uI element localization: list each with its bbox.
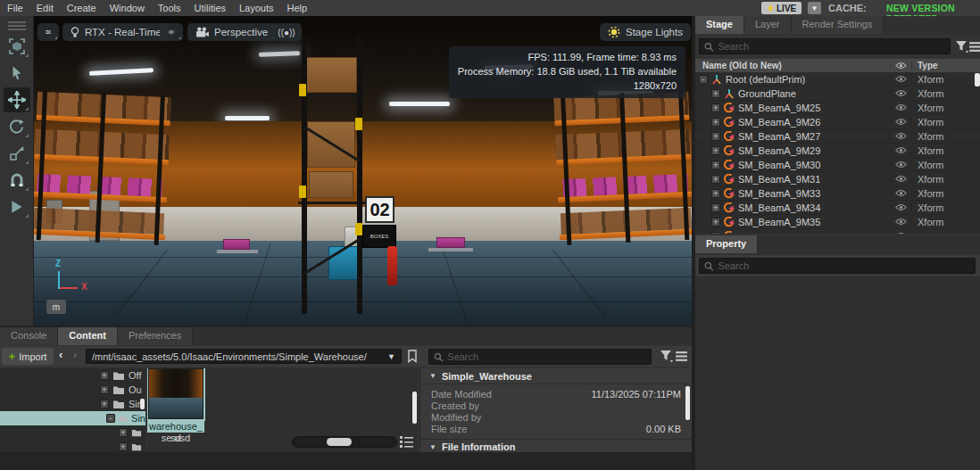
menu-item[interactable]: Layouts bbox=[239, 3, 274, 13]
folder-tree-row[interactable]: + bbox=[0, 440, 145, 452]
options-menu-icon[interactable] bbox=[675, 350, 688, 363]
visibility-options-button[interactable] bbox=[160, 23, 183, 41]
expander-toggle-icon[interactable]: + bbox=[119, 428, 128, 437]
expander-toggle-icon[interactable]: + bbox=[711, 218, 720, 227]
panel-tab[interactable]: Content bbox=[58, 327, 118, 345]
import-button[interactable]: + Import bbox=[2, 348, 54, 365]
bookmark-icon[interactable] bbox=[407, 350, 418, 363]
toolbar-grip-handle[interactable] bbox=[8, 20, 26, 32]
stage-tree-row[interactable]: + SM_BeamA_9M27 Xform bbox=[695, 129, 980, 144]
renderer-selector[interactable]: RTX - Real-Time bbox=[62, 23, 170, 41]
filter-funnel-icon[interactable] bbox=[660, 350, 673, 363]
expander-toggle-icon[interactable]: + bbox=[711, 118, 720, 127]
folder-tree-row[interactable]: - Sin bbox=[0, 411, 145, 425]
stage-tree-row[interactable]: + SM_BeamA_9M34 Xform bbox=[695, 201, 980, 215]
back-button[interactable]: ‹ bbox=[59, 348, 62, 361]
menu-item[interactable]: Edit bbox=[37, 3, 54, 13]
units-badge[interactable]: m bbox=[46, 300, 66, 314]
property-search-input[interactable] bbox=[699, 258, 976, 274]
camera-selector[interactable]: Perspective bbox=[187, 23, 276, 41]
expander-toggle-icon[interactable]: + bbox=[711, 203, 720, 212]
panel-tab[interactable]: Preferences bbox=[118, 327, 193, 345]
grid-view-toggle-icon[interactable] bbox=[400, 436, 413, 448]
scale-tool-button[interactable] bbox=[4, 141, 30, 166]
thumbnail-size-slider[interactable] bbox=[292, 436, 397, 448]
forward-button[interactable]: › bbox=[73, 348, 77, 361]
stage-tree-row[interactable]: + bbox=[695, 229, 980, 234]
column-visibility-header[interactable] bbox=[890, 62, 911, 70]
expander-toggle-icon[interactable]: + bbox=[119, 442, 128, 451]
info-section-header[interactable]: ▼ Simple_Warehouse bbox=[420, 368, 692, 384]
panel-splitter[interactable] bbox=[692, 16, 693, 470]
live-dropdown-button[interactable]: ▼ bbox=[808, 2, 821, 14]
column-name-header[interactable]: Name (Old to New) bbox=[695, 61, 890, 70]
tab-property[interactable]: Property bbox=[695, 235, 758, 253]
filter-funnel-icon[interactable] bbox=[955, 40, 968, 54]
selection-mode-button[interactable] bbox=[4, 34, 30, 59]
stage-tree-row[interactable]: + GroundPlane Xform bbox=[695, 87, 980, 101]
expander-toggle-icon[interactable]: + bbox=[711, 232, 720, 235]
stage-tree-row[interactable]: + SM_BeamA_9M26 Xform bbox=[695, 115, 980, 129]
expander-toggle-icon[interactable]: - bbox=[699, 75, 708, 84]
visibility-eye-toggle[interactable] bbox=[890, 189, 911, 197]
column-type-header[interactable]: Type bbox=[911, 61, 980, 70]
stage-tree-row[interactable]: - Root (defaultPrim) bbox=[695, 72, 980, 87]
stage-tree-row[interactable]: + SM_BeamA_9M30 Xform bbox=[695, 158, 980, 172]
snap-tool-button[interactable] bbox=[4, 168, 30, 193]
panel-tab[interactable]: Console bbox=[0, 327, 58, 345]
live-button[interactable]: LIVE bbox=[761, 2, 801, 14]
visibility-eye-toggle[interactable] bbox=[890, 103, 911, 111]
menu-item[interactable]: Utilities bbox=[195, 3, 226, 13]
visibility-eye-toggle[interactable] bbox=[890, 203, 911, 211]
visibility-eye-toggle[interactable] bbox=[890, 118, 911, 126]
path-dropdown-icon[interactable]: ▼ bbox=[387, 352, 401, 361]
visibility-eye-toggle[interactable] bbox=[890, 175, 911, 183]
folder-tree-row[interactable]: + Off bbox=[0, 368, 145, 383]
expander-toggle-icon[interactable]: + bbox=[711, 132, 720, 141]
expander-toggle-icon[interactable]: + bbox=[711, 103, 720, 112]
visibility-eye-toggle[interactable] bbox=[890, 146, 911, 154]
stage-tree-row[interactable]: + SM_BeamA_9M33 Xform bbox=[695, 186, 980, 201]
visibility-eye-toggle[interactable] bbox=[890, 161, 911, 169]
menu-item[interactable]: Help bbox=[287, 3, 308, 13]
visibility-eye-toggle[interactable] bbox=[890, 89, 911, 97]
content-search-input[interactable] bbox=[428, 349, 652, 365]
path-bar[interactable]: ▼ bbox=[86, 349, 402, 364]
stage-tree-scrollbar[interactable] bbox=[975, 73, 980, 87]
stage-lights-button[interactable]: Stage Lights bbox=[600, 23, 691, 41]
expander-toggle-icon[interactable]: + bbox=[711, 161, 720, 169]
rotate-tool-button[interactable] bbox=[4, 114, 30, 139]
expander-toggle-icon[interactable]: + bbox=[711, 189, 720, 198]
play-button[interactable] bbox=[4, 194, 30, 219]
folder-tree-row[interactable]: + Sin bbox=[0, 397, 145, 411]
visibility-eye-toggle[interactable] bbox=[890, 218, 911, 226]
expander-toggle-icon[interactable]: - bbox=[106, 414, 115, 423]
file-item[interactable]: warehouse_ bbox=[147, 368, 204, 433]
menu-item[interactable]: File bbox=[7, 3, 23, 13]
menu-item[interactable]: Create bbox=[67, 3, 96, 13]
expander-toggle-icon[interactable]: + bbox=[711, 146, 720, 155]
visibility-eye-toggle[interactable] bbox=[890, 132, 911, 140]
visibility-eye-toggle[interactable] bbox=[890, 232, 911, 234]
info-section-header[interactable]: ▼ File Information bbox=[420, 439, 692, 452]
folder-tree-row[interactable]: + bbox=[0, 425, 145, 440]
menu-item[interactable]: Tools bbox=[158, 3, 181, 13]
panel-tab[interactable]: Layer bbox=[744, 16, 792, 34]
panel-tab[interactable]: Stage bbox=[695, 16, 744, 34]
stage-tree-row[interactable]: + SM_BeamA_9M31 Xform bbox=[695, 172, 980, 186]
stage-search-input[interactable] bbox=[699, 38, 951, 54]
select-tool-button[interactable] bbox=[4, 61, 30, 86]
viewport-settings-button[interactable] bbox=[37, 23, 59, 41]
slider-handle[interactable] bbox=[327, 438, 352, 446]
viewport-3d-canvas[interactable]: 02 BOXES RTX - Real-Time bbox=[34, 16, 692, 326]
capture-button[interactable]: ((●)) bbox=[271, 23, 302, 41]
panel-tab[interactable]: Render Settings bbox=[792, 16, 884, 34]
folder-tree-row[interactable]: + Ou bbox=[0, 383, 145, 397]
expander-toggle-icon[interactable]: + bbox=[100, 385, 109, 394]
move-tool-button[interactable] bbox=[4, 87, 30, 112]
expander-toggle-icon[interactable]: + bbox=[100, 400, 109, 408]
menu-item[interactable]: Window bbox=[110, 3, 145, 13]
stage-tree-row[interactable]: + SM_BeamA_9M29 Xform bbox=[695, 144, 980, 158]
expander-toggle-icon[interactable]: + bbox=[711, 175, 720, 184]
expander-toggle-icon[interactable]: + bbox=[100, 371, 109, 380]
